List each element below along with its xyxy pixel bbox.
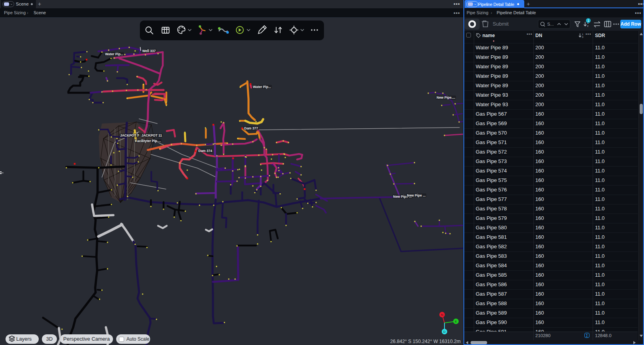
svg-text:0: 0 [582, 36, 584, 38]
svg-text:1: 1 [588, 19, 589, 22]
svg-text:S...: S... [547, 22, 554, 26]
svg-text:E: E [455, 320, 457, 323]
svg-text:z: z [587, 24, 589, 27]
svg-text:D: D [443, 330, 446, 334]
svg-text:1: 1 [582, 33, 584, 36]
svg-text:N: N [441, 313, 443, 317]
